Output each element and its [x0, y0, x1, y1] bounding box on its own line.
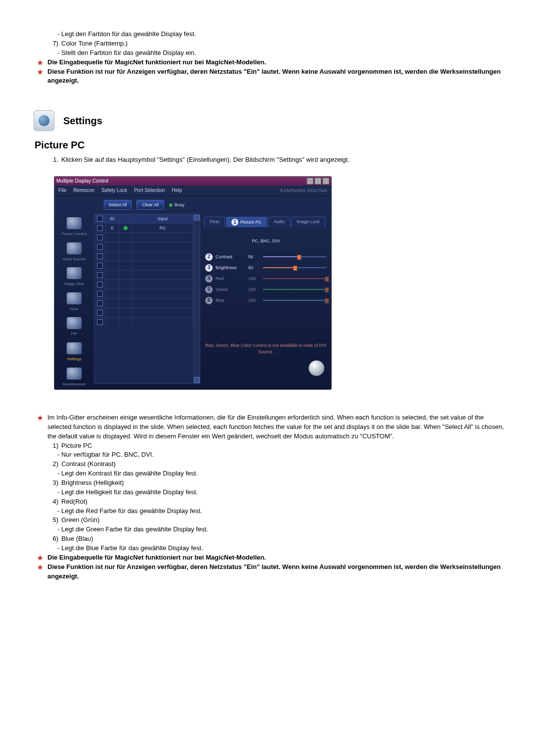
slider-label: Green: [216, 286, 245, 293]
item-label: Color Tone (Farbtemp.): [61, 39, 128, 48]
tab-label: Picture PC: [240, 220, 262, 225]
cell-id: [106, 318, 119, 327]
table-row[interactable]: [94, 280, 193, 289]
slider-track: [263, 289, 326, 290]
item-label: Green (Grün): [61, 516, 99, 525]
tab-picture-pc[interactable]: 1Picture PC: [226, 217, 267, 227]
cell-status: [119, 252, 133, 261]
callout-bubble: 5: [205, 286, 213, 293]
row-checkbox[interactable]: [97, 319, 103, 325]
row-checkbox[interactable]: [97, 291, 103, 297]
row-checkbox[interactable]: [97, 310, 103, 316]
slider-thumb[interactable]: [297, 255, 301, 260]
slider-track[interactable]: [263, 267, 326, 268]
slider-thumb: [325, 277, 329, 282]
row-checkbox[interactable]: [97, 244, 103, 250]
table-row[interactable]: [94, 233, 193, 242]
close-icon[interactable]: [322, 178, 329, 185]
slider-label: Brightness: [216, 265, 245, 271]
scrollbar[interactable]: [194, 214, 200, 384]
sidebar-item-power-control[interactable]: Power Control: [62, 217, 87, 237]
note-text: Diese Funktion ist nur für Anzeigen verf…: [47, 67, 504, 86]
table-row[interactable]: [94, 261, 193, 270]
menu-file[interactable]: File: [58, 187, 66, 194]
tab-audio[interactable]: Audio: [268, 217, 290, 227]
sidebar-item-settings[interactable]: Settings: [66, 342, 82, 362]
table-row[interactable]: 0PC: [94, 223, 193, 233]
slider-track[interactable]: [263, 256, 326, 257]
list-item: 5)Green (Grün): [47, 516, 504, 525]
note-text: Die Eingabequelle für MagicNet funktioni…: [47, 58, 266, 67]
maximize-icon[interactable]: [314, 178, 321, 185]
table-row[interactable]: [94, 298, 193, 308]
menu-help[interactable]: Help: [172, 187, 182, 194]
cell-input: [133, 289, 193, 298]
busy-dot-icon: [169, 203, 173, 207]
slider-thumb[interactable]: [293, 266, 297, 271]
menu-remocon[interactable]: Remocon: [73, 187, 94, 194]
toolbar: Select All Clear All Busy: [54, 196, 331, 214]
table-row[interactable]: [94, 308, 193, 317]
table-row[interactable]: [94, 251, 193, 261]
scroll-down-icon[interactable]: [194, 377, 200, 383]
row-checkbox[interactable]: [97, 235, 103, 240]
item-label: Picture PC: [61, 441, 92, 451]
sidebar-item-label: PIP: [71, 331, 78, 337]
sidebar-item-image-size[interactable]: Image Size: [64, 267, 84, 287]
select-all-button[interactable]: Select All: [104, 200, 132, 210]
cell-status: [119, 318, 133, 327]
cell-input: [133, 318, 193, 327]
item-desc: - Nur verfügbar für PC, BNC, DVI.: [57, 450, 504, 460]
slider-value: 100: [248, 276, 260, 282]
time-icon: [66, 292, 82, 305]
tab-image-lock[interactable]: Image Lock: [291, 217, 325, 227]
sidebar-item-input-source[interactable]: Input Source: [63, 242, 85, 262]
tab-picture[interactable]: Pictu: [204, 217, 225, 227]
slider-brightness[interactable]: 3Brightness50: [205, 262, 326, 273]
item-num: 3): [47, 478, 58, 488]
cell-status: [119, 289, 133, 298]
table-row[interactable]: [94, 270, 193, 280]
row-checkbox[interactable]: [97, 253, 103, 259]
sidebar-item-label: Input Source: [63, 256, 85, 262]
row-checkbox[interactable]: [97, 225, 103, 231]
slider-contrast[interactable]: 2Contrast56: [205, 251, 326, 262]
sidebar-item-time[interactable]: Time: [66, 292, 82, 312]
list-item: 1)Picture PC: [47, 441, 504, 451]
cell-status: [119, 280, 133, 289]
item-label: Brightness (Helligkeit): [61, 478, 124, 488]
sliders-area: 2Contrast563Brightness504Red1005Green100…: [205, 251, 326, 306]
table-row[interactable]: [94, 317, 193, 327]
maintenance-icon: [66, 367, 82, 380]
minimize-icon[interactable]: [307, 178, 313, 185]
list-item: 7) Color Tone (Farbtemp.): [47, 39, 504, 48]
note-line: ★ Im Info-Gitter erscheinen einige wesen…: [37, 413, 504, 441]
sidebar-item-pip[interactable]: PIP: [66, 317, 82, 337]
table-row[interactable]: [94, 289, 193, 298]
table-row[interactable]: [94, 242, 193, 251]
busy-indicator: Busy: [169, 202, 184, 208]
settings-icon: [66, 342, 82, 355]
item-num: 2): [47, 460, 58, 469]
item-num: 6): [47, 534, 58, 544]
star-icon: ★: [37, 414, 44, 423]
row-checkbox[interactable]: [97, 272, 103, 278]
item-desc: - Legt den Kontrast für das gewählte Dis…: [57, 469, 504, 478]
clear-all-button[interactable]: Clear All: [136, 200, 164, 210]
row-checkbox[interactable]: [97, 263, 103, 269]
settings-section-icon: [34, 110, 54, 131]
checkbox-header[interactable]: [97, 216, 103, 222]
item-num: 4): [47, 497, 58, 507]
col-input: Input: [133, 214, 193, 223]
item-num: 1): [47, 441, 58, 451]
row-checkbox[interactable]: [97, 300, 103, 306]
menu-safety-lock[interactable]: Safety Lock: [101, 187, 127, 194]
ok-button[interactable]: [309, 360, 324, 376]
row-checkbox[interactable]: [97, 282, 103, 287]
scroll-up-icon[interactable]: [194, 215, 200, 221]
menu-port-selection[interactable]: Port Selection: [134, 187, 165, 194]
sidebar-item-maintenance[interactable]: Maintenance: [63, 367, 86, 387]
col-status: [119, 214, 133, 223]
item-desc: - Legt die Blue Farbe für das gewählte D…: [57, 544, 504, 553]
slider-label: Contrast: [216, 254, 245, 260]
